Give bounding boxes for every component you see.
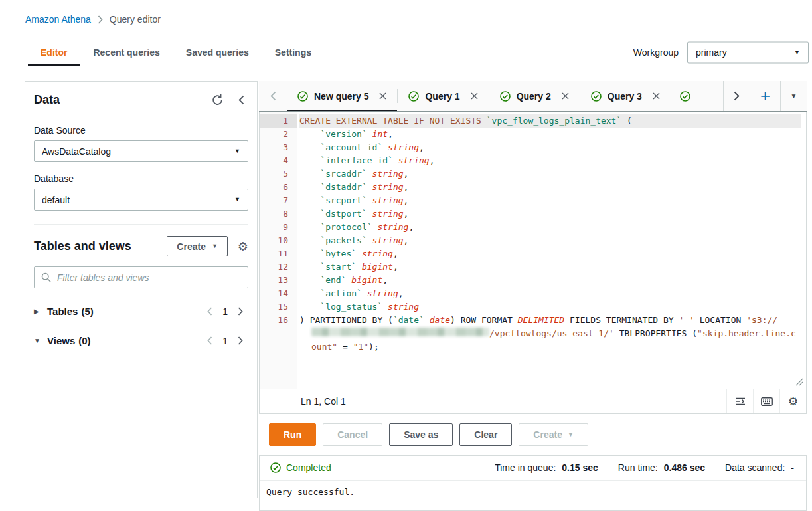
query-editor-area: New query 5 Query 1 <box>259 81 807 511</box>
tables-page-number: 1 <box>222 306 228 317</box>
code-line: `srcaddr` string, <box>299 167 801 181</box>
top-nav: Editor Recent queries Saved queries Sett… <box>0 39 812 66</box>
add-query-tab-button[interactable]: + <box>750 81 780 111</box>
close-tab-icon[interactable] <box>562 92 569 100</box>
editor-settings-gear-icon[interactable]: ⚙ <box>779 389 806 413</box>
query-tab-label: New query 5 <box>314 91 368 102</box>
completed-check-icon <box>270 462 281 473</box>
code-line: `end` bigint, <box>299 274 801 287</box>
breadcrumb-current: Query editor <box>110 14 161 25</box>
format-query-icon[interactable] <box>726 389 753 413</box>
caret-down-icon: ▼ <box>212 243 218 249</box>
filter-search <box>34 266 248 288</box>
code-line: `packets` string, <box>299 234 801 247</box>
keyboard-shortcuts-icon[interactable] <box>753 389 779 413</box>
code-line: `bytes` string, <box>299 247 801 260</box>
workgroup-select[interactable]: primary ▼ <box>687 41 809 63</box>
action-buttons: Run Cancel Save as Clear Create ▼ <box>259 414 807 446</box>
query-tab-query-3[interactable]: Query 3 <box>580 81 671 111</box>
query-tab-label: Query 2 <box>517 91 551 102</box>
tab-list-dropdown-icon[interactable]: ▼ <box>780 81 807 111</box>
database-label: Database <box>34 173 248 184</box>
create-button-label: Create <box>177 241 206 252</box>
code-line: `log_status` string <box>299 300 801 314</box>
close-tab-icon[interactable] <box>653 92 660 100</box>
run-button[interactable]: Run <box>269 423 316 446</box>
gear-icon[interactable]: ⚙ <box>238 241 248 253</box>
editor-box: 12345678910111213141516 CREATE EXTERNAL … <box>259 112 807 414</box>
data-panel: Data Data Source AwsDataCatalog ▼ Databa… <box>25 81 258 498</box>
code-line: `dstaddr` string, <box>299 181 801 194</box>
query-tab-partial[interactable] <box>671 81 692 111</box>
tab-saved-queries[interactable]: Saved queries <box>173 39 262 66</box>
query-tab-query-2[interactable]: Query 2 <box>489 81 580 111</box>
workgroup-label: Workgroup <box>633 47 679 58</box>
success-check-icon <box>297 91 308 102</box>
clear-button[interactable]: Clear <box>459 423 512 446</box>
save-as-button[interactable]: Save as <box>389 423 453 446</box>
create-dropdown-button: Create ▼ <box>519 423 588 446</box>
metric-run-time: Run time: 0.486 sec <box>618 462 705 473</box>
metric-data-scanned: Data scanned: - <box>725 462 794 473</box>
code-line: CREATE EXTERNAL TABLE IF NOT EXISTS `vpc… <box>299 114 801 128</box>
caret-down-icon: ▼ <box>568 432 574 438</box>
editor-status-bar: Ln 1, Col 1 ⚙ <box>260 389 806 413</box>
scroll-tabs-right-icon[interactable] <box>723 81 750 111</box>
editor-resize-handle[interactable] <box>795 378 803 386</box>
tables-label: Tables <box>47 306 78 317</box>
caret-down-icon: ▼ <box>234 197 240 203</box>
caret-down-icon: ▼ <box>791 93 797 100</box>
views-label: Views <box>47 335 75 346</box>
views-page-number: 1 <box>222 336 228 346</box>
tables-section-row[interactable]: ▶ Tables (5) 1 <box>34 306 248 317</box>
views-section-row[interactable]: ▼ Views (0) 1 <box>34 335 248 346</box>
status-badge-completed: Completed <box>270 462 331 473</box>
query-tab-label: Query 1 <box>425 91 459 102</box>
tab-editor[interactable]: Editor <box>28 39 80 66</box>
sql-editor[interactable]: 12345678910111213141516 CREATE EXTERNAL … <box>260 112 806 389</box>
filter-tables-input[interactable] <box>57 272 241 283</box>
cursor-position: Ln 1, Col 1 <box>260 389 346 413</box>
query-tab-label: Query 3 <box>608 91 642 102</box>
editor-code[interactable]: CREATE EXTERNAL TABLE IF NOT EXISTS `vpc… <box>297 112 806 389</box>
close-tab-icon[interactable] <box>379 92 386 100</box>
tab-saved-queries-label: Saved queries <box>186 47 249 58</box>
database-select[interactable]: default ▼ <box>34 189 248 211</box>
cancel-button: Cancel <box>323 423 382 446</box>
code-line: `account_id` string, <box>299 141 801 154</box>
workgroup-control: Workgroup primary ▼ <box>633 41 809 63</box>
code-line: `dstport` string, <box>299 207 801 221</box>
close-tab-icon[interactable] <box>471 92 478 100</box>
create-dropdown-label: Create <box>533 429 562 440</box>
views-pagination: 1 <box>207 336 248 346</box>
status-text: Completed <box>286 462 331 473</box>
page-next-icon[interactable] <box>238 336 243 345</box>
data-panel-title: Data <box>34 93 60 107</box>
success-check-icon <box>408 91 419 102</box>
breadcrumb-chevron-icon <box>98 15 103 24</box>
collapse-panel-chevron-icon[interactable] <box>238 95 244 105</box>
breadcrumb-athena-link[interactable]: Amazon Athena <box>25 14 91 25</box>
page-prev-icon[interactable] <box>207 307 212 316</box>
metric-time-in-queue: Time in queue: 0.15 sec <box>495 462 598 473</box>
caret-down-icon: ▼ <box>234 148 240 154</box>
database-value: default <box>42 195 70 205</box>
query-tab-query-1[interactable]: Query 1 <box>398 81 488 111</box>
breadcrumb: Amazon Athena Query editor <box>0 0 812 25</box>
success-check-icon <box>591 91 602 102</box>
scroll-tabs-left-icon[interactable] <box>259 81 287 111</box>
tab-recent-queries[interactable]: Recent queries <box>80 39 172 66</box>
code-line: `action` string, <box>299 287 801 300</box>
page-next-icon[interactable] <box>238 307 243 316</box>
views-count: (0) <box>78 335 90 346</box>
create-button[interactable]: Create ▼ <box>167 236 228 256</box>
gear-icon: ⚙ <box>788 396 798 407</box>
tab-settings[interactable]: Settings <box>262 39 324 66</box>
query-output-message: Query successful. <box>260 480 806 503</box>
refresh-icon[interactable] <box>211 94 224 106</box>
data-source-label: Data Source <box>34 125 248 136</box>
redacted-s3-bucket <box>311 328 489 336</box>
data-source-select[interactable]: AwsDataCatalog ▼ <box>34 140 248 162</box>
query-tab-new-query-5[interactable]: New query 5 <box>287 81 397 111</box>
page-prev-icon[interactable] <box>207 336 212 345</box>
